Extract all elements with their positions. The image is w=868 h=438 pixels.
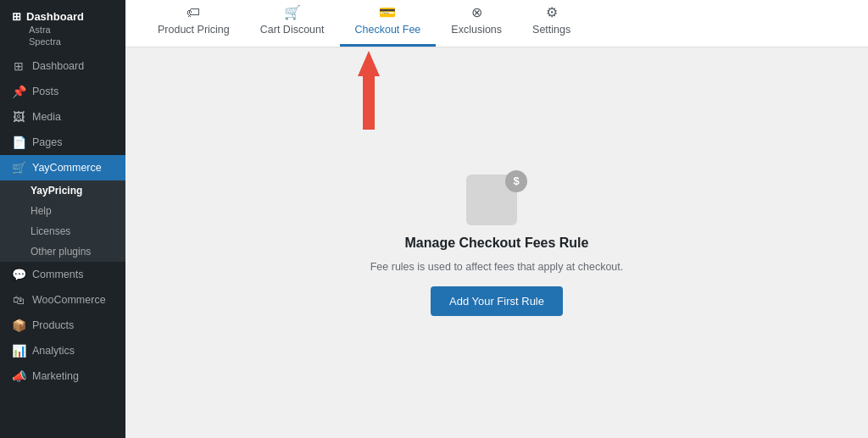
media-icon: 🖼 (12, 110, 25, 124)
sidebar-marketing-label: Marketing (32, 370, 79, 382)
tab-product-pricing-label: Product Pricing (158, 24, 230, 36)
woocommerce-icon: 🛍 (12, 293, 25, 307)
exclusions-icon: ⊗ (471, 4, 482, 20)
sidebar-item-analytics[interactable]: 📊 Analytics (0, 338, 125, 363)
pages-icon: 📄 (12, 136, 25, 149)
submenu-yaypricing[interactable]: YayPricing (0, 180, 125, 201)
sidebar-item-marketing[interactable]: 📣 Marketing (0, 363, 125, 389)
sidebar-item-woocommerce[interactable]: 🛍 WooCommerce (0, 287, 125, 313)
marketing-icon: 📣 (12, 369, 25, 383)
empty-state: $ Manage Checkout Fees Rule Fee rules is… (370, 170, 624, 316)
tab-exclusions[interactable]: ⊗ Exclusions (436, 0, 517, 47)
posts-icon: 📌 (12, 85, 25, 98)
content-area: $ Manage Checkout Fees Rule Fee rules is… (125, 47, 868, 438)
sidebar-analytics-label: Analytics (32, 345, 75, 357)
astra-label: Astra (12, 25, 114, 35)
sidebar-comments-label: Comments (32, 269, 83, 280)
tab-cart-discount[interactable]: 🛒 Cart Discount (245, 0, 340, 47)
empty-icon-circle: $ (505, 170, 527, 192)
sidebar-logo: ⊞ Dashboard Astra Spectra (0, 0, 125, 53)
empty-state-description: Fee rules is used to affect fees that ap… (370, 261, 624, 273)
sidebar-woocommerce-label: WooCommerce (32, 294, 106, 306)
tab-checkout-fee-label: Checkout Fee (355, 24, 421, 36)
products-icon: 📦 (12, 319, 25, 332)
empty-state-icon: $ (466, 170, 527, 225)
sidebar-products-label: Products (32, 319, 74, 331)
sidebar-media-label: Media (32, 111, 61, 123)
sidebar-item-products[interactable]: 📦 Products (0, 313, 125, 338)
red-arrow (348, 51, 390, 136)
tab-exclusions-label: Exclusions (451, 24, 502, 36)
sidebar-dashboard-label: Dashboard (32, 60, 84, 72)
sidebar-item-dashboard[interactable]: ⊞ Dashboard (0, 53, 125, 79)
sidebar-item-yaycommerce[interactable]: 🛒 YayCommerce (0, 155, 125, 180)
sidebar-yaycommerce-label: YayCommerce (32, 162, 102, 174)
tab-checkout-fee[interactable]: 💳 Checkout Fee (340, 0, 437, 47)
submenu-help[interactable]: Help (0, 201, 125, 221)
sidebar-posts-label: Posts (32, 86, 58, 97)
sidebar-item-pages[interactable]: 📄 Pages (0, 130, 125, 155)
checkout-fee-icon: 💳 (379, 4, 396, 20)
sidebar-logo-title: ⊞ Dashboard (12, 10, 114, 23)
dashboard-icon: ⊞ (12, 10, 21, 23)
main-content: 🏷 Product Pricing 🛒 Cart Discount 💳 Chec… (125, 0, 868, 438)
yaycommerce-icon: 🛒 (12, 161, 25, 175)
tab-product-pricing[interactable]: 🏷 Product Pricing (142, 0, 245, 47)
sidebar-item-posts[interactable]: 📌 Posts (0, 79, 125, 104)
tab-settings[interactable]: ⚙ Settings (517, 0, 586, 47)
add-first-rule-button[interactable]: Add Your First Rule (431, 286, 563, 316)
tab-cart-discount-label: Cart Discount (260, 24, 325, 36)
submenu-other-plugins[interactable]: Other plugins (0, 241, 125, 262)
sidebar-pages-label: Pages (32, 136, 62, 148)
comments-icon: 💬 (12, 268, 25, 281)
svg-rect-2 (363, 75, 375, 130)
empty-state-title: Manage Checkout Fees Rule (405, 236, 589, 251)
cart-discount-icon: 🛒 (284, 4, 301, 20)
product-pricing-icon: 🏷 (186, 5, 200, 20)
spectra-label: Spectra (12, 36, 114, 47)
dashboard-nav-icon: ⊞ (12, 59, 25, 73)
svg-marker-1 (358, 51, 380, 76)
submenu-licenses[interactable]: Licenses (0, 221, 125, 241)
sidebar-item-media[interactable]: 🖼 Media (0, 104, 125, 130)
sidebar-item-comments[interactable]: 💬 Comments (0, 262, 125, 287)
tab-settings-label: Settings (532, 24, 570, 36)
tab-bar: 🏷 Product Pricing 🛒 Cart Discount 💳 Chec… (125, 0, 868, 47)
sidebar: ⊞ Dashboard Astra Spectra ⊞ Dashboard 📌 … (0, 0, 125, 438)
sidebar-submenu: YayPricing Help Licenses Other plugins (0, 180, 125, 262)
analytics-icon: 📊 (12, 344, 25, 358)
settings-icon: ⚙ (546, 4, 558, 20)
dashboard-label: Dashboard (26, 10, 84, 23)
